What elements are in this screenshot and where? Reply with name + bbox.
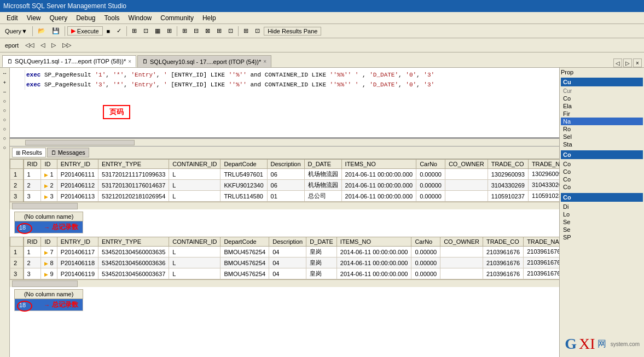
col-trade-co: TRADE_CO	[488, 160, 528, 169]
grid2-cell-r3-c4: 5345201304560003637	[98, 268, 169, 279]
vt6[interactable]: ○	[1, 115, 9, 124]
grid1-cell-r3-c2: ▶ 3	[41, 191, 57, 202]
grid1-cell-r1-c4: 5317201211171099633	[98, 169, 169, 180]
col2-description: Description	[269, 237, 306, 247]
prop-cmd-lo[interactable]: Lo	[561, 210, 643, 218]
prop-na[interactable]: Na	[561, 118, 643, 125]
sql-line-1[interactable]: exec SP_PageResult '1', '*', 'Entry', ' …	[26, 70, 557, 80]
tb7[interactable]: ⊠	[202, 25, 213, 37]
vt2[interactable]: +	[1, 78, 9, 87]
grid2-rownum-1: 1	[10, 247, 24, 257]
col-container-id: CONTAINER_ID	[169, 160, 221, 169]
prop-sel[interactable]: Sel	[561, 133, 643, 141]
open-btn[interactable]: 📂	[35, 25, 48, 37]
report-label[interactable]: eport	[2, 39, 21, 51]
tab-close-11[interactable]: ×	[128, 58, 131, 65]
menu-tools[interactable]: Tools	[100, 13, 124, 23]
grid1-cell-r2-c1: 2	[24, 180, 41, 191]
menu-community[interactable]: Community	[156, 13, 198, 23]
r4[interactable]: ▷▷	[60, 39, 74, 51]
r2[interactable]: ◁	[38, 39, 48, 51]
tb5[interactable]: ⊞	[179, 25, 190, 37]
tb1[interactable]: ⊞	[129, 25, 140, 37]
prop-co1[interactable]: Co	[561, 95, 643, 102]
grid2-cell-r1-c12: 2103961676	[483, 247, 523, 257]
prop-ela[interactable]: Ela	[561, 102, 643, 110]
menu-debug[interactable]: Debug	[72, 13, 100, 23]
tb10[interactable]: ⊞	[241, 25, 251, 37]
prop-conn-co4[interactable]: Co	[561, 183, 643, 191]
results-area: ⊞ Results 🗒 Messages RID ID EN	[10, 147, 559, 357]
sql-line-2[interactable]: exec SP_PageResult '3', '*', 'Entry', ' …	[26, 80, 557, 90]
vt7[interactable]: ○	[1, 125, 9, 133]
grid1-cell-r3-c9: 2014-06-11 00:00:00.000	[341, 191, 416, 202]
prop-conn-co3[interactable]: Co	[561, 175, 643, 183]
vt1[interactable]: ↔	[1, 69, 9, 78]
grid1-scroll[interactable]	[10, 202, 559, 209]
prop-section-cmd-header: Co	[561, 193, 643, 202]
vt8[interactable]: ○	[1, 134, 9, 143]
grid2-cell-r2-c13: 2103961676:赵	[524, 257, 559, 268]
messages-tab[interactable]: 🗒 Messages	[47, 148, 89, 157]
r1[interactable]: ◁◁	[22, 39, 37, 51]
grid2-scroll-thumb[interactable]	[12, 280, 78, 287]
prop-conn-co1[interactable]: Co	[561, 160, 643, 168]
tb9[interactable]: ⊡	[225, 25, 236, 37]
menu-view[interactable]: View	[22, 13, 45, 23]
results-tab[interactable]: ⊞ Results	[12, 148, 46, 157]
vt9[interactable]: ○	[1, 143, 9, 152]
grid2-cell-r1-c5: L	[169, 247, 221, 257]
tab-query11[interactable]: 🗒 SQLQuery11.sql - 17....eport (ITOP (58…	[2, 55, 136, 67]
toolbar-main: Query ▼ 📂 💾 ▶ Execute ■ ✓ ⊞ ⊡ ▦ ⊞ ⊞ ⊟ ⊠ …	[0, 24, 644, 38]
grid1-cell-r3-c8: 总公司	[304, 191, 341, 202]
menu-help[interactable]: Help	[198, 13, 221, 23]
count2-value-container: 18	[19, 302, 26, 308]
tb11[interactable]: ⊡	[252, 25, 263, 37]
prop-cmd-se2[interactable]: Se	[561, 226, 643, 233]
watermark-net: 网	[597, 338, 606, 350]
grid2-scroll[interactable]	[10, 279, 559, 287]
tb8[interactable]: ⊞	[214, 25, 224, 37]
grid1-scroll-thumb[interactable]	[12, 203, 78, 209]
tab-nav-right[interactable]: ▷	[623, 58, 632, 67]
new-query-btn[interactable]: Query ▼	[2, 25, 30, 37]
grid2-cell-r3-c10: 0.00000	[411, 268, 440, 279]
hide-results-btn[interactable]: Hide Results Pane	[264, 27, 321, 36]
col2-depart-code: DepartCode	[221, 237, 269, 247]
execute-btn[interactable]: ▶ Execute	[67, 26, 103, 36]
prop-cmd-sp[interactable]: SP	[561, 233, 643, 241]
editor-hscroll[interactable]	[10, 139, 559, 147]
tb3[interactable]: ▦	[152, 25, 163, 37]
menu-edit[interactable]: Edit	[2, 13, 22, 23]
vt3[interactable]: –	[1, 87, 9, 96]
r3[interactable]: ▷	[49, 39, 59, 51]
prop-ro[interactable]: Ro	[561, 125, 643, 133]
col-entry-type: ENTRY_TYPE	[98, 160, 169, 169]
messages-tab-icon: 🗒	[51, 150, 56, 156]
prop-sta[interactable]: Sta	[561, 141, 643, 148]
tab-nav-left[interactable]: ◁	[613, 58, 622, 67]
tab-close-10[interactable]: ×	[263, 58, 266, 65]
grid1-cell-r1-c9: 2014-06-11 00:00:00.000	[341, 169, 416, 180]
prop-section-current-header: Cu	[561, 78, 643, 86]
tab-nav-close[interactable]: ×	[633, 58, 642, 67]
save-btn[interactable]: 💾	[49, 25, 62, 37]
vt5[interactable]: ○	[1, 106, 9, 115]
prop-conn-co2[interactable]: Co	[561, 168, 643, 175]
tb6[interactable]: ⊟	[191, 25, 201, 37]
tb2[interactable]: ⊡	[141, 25, 151, 37]
col2-id: ID	[41, 237, 57, 247]
prop-fir[interactable]: Fir	[561, 110, 643, 118]
grid1-cell-r3-c3: P201406113	[57, 191, 98, 202]
stop-btn[interactable]: ■	[104, 25, 113, 37]
prop-cmd-di[interactable]: Di	[561, 203, 643, 210]
tb4[interactable]: ⊞	[164, 25, 175, 37]
prop-cmd-se1[interactable]: Se	[561, 218, 643, 226]
parse-btn[interactable]: ✓	[114, 25, 124, 37]
vt4[interactable]: ○	[1, 97, 9, 106]
menu-query[interactable]: Query	[45, 13, 72, 23]
tab-query10[interactable]: 🗒 SQLQuery10.sql - 17....eport (ITOP (54…	[137, 55, 271, 67]
editor-scroll-thumb[interactable]	[25, 140, 135, 145]
grid1-cell-r1-c2: ▶ 1	[41, 169, 57, 180]
menu-window[interactable]: Window	[124, 13, 156, 23]
